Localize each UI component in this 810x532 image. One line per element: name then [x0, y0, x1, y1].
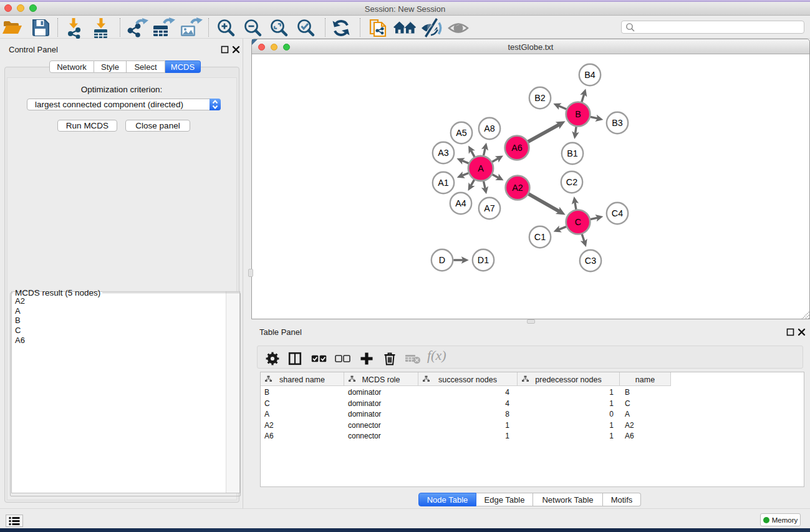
svg-text:A1: A1 [438, 178, 449, 188]
svg-text:C4: C4 [612, 208, 623, 218]
svg-text:C: C [575, 217, 581, 227]
svg-text:A5: A5 [456, 128, 467, 138]
svg-text:B3: B3 [612, 118, 623, 128]
svg-text:A: A [478, 163, 484, 173]
svg-text:C1: C1 [534, 232, 546, 242]
svg-text:B1: B1 [567, 148, 578, 158]
svg-text:B: B [575, 109, 581, 119]
svg-text:C2: C2 [566, 177, 577, 187]
svg-text:A8: A8 [484, 123, 495, 133]
svg-text:B4: B4 [584, 70, 595, 80]
svg-text:A2: A2 [512, 183, 523, 193]
svg-text:D: D [439, 255, 445, 265]
svg-text:A4: A4 [455, 198, 466, 208]
svg-text:D1: D1 [478, 255, 489, 265]
svg-text:C3: C3 [585, 256, 596, 266]
svg-text:B2: B2 [534, 93, 546, 103]
svg-text:A7: A7 [484, 203, 495, 213]
svg-text:A3: A3 [438, 148, 449, 158]
svg-text:A6: A6 [511, 143, 523, 153]
